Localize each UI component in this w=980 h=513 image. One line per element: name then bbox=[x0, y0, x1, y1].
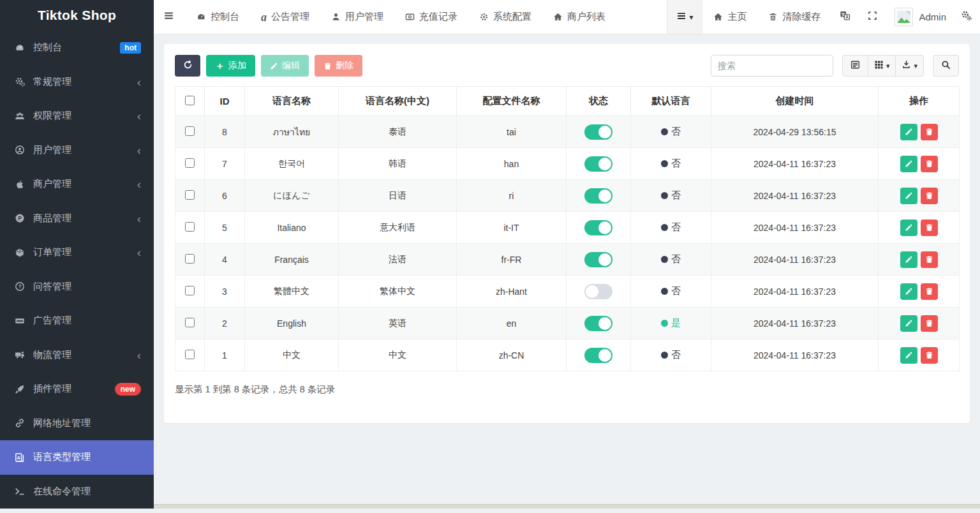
cell-config-name: zh-CN bbox=[457, 339, 567, 371]
table-row[interactable]: 5Italiano意大利语it-IT否2024-04-11 16:37:23 bbox=[175, 212, 960, 244]
row-delete-button[interactable] bbox=[921, 188, 938, 204]
row-edit-button[interactable] bbox=[900, 156, 917, 172]
topnav-item-notice[interactable]: a公告管理 bbox=[250, 0, 320, 34]
topnav-item-sysconf[interactable]: 系统配置 bbox=[468, 0, 542, 34]
row-delete-button[interactable] bbox=[921, 251, 938, 268]
column-header-default[interactable]: 默认语言 bbox=[631, 87, 711, 116]
row-edit-button[interactable] bbox=[900, 283, 917, 300]
table-row[interactable]: 1中文中文zh-CN否2024-04-11 16:37:23 bbox=[175, 339, 960, 371]
row-delete-button[interactable] bbox=[921, 156, 938, 172]
table-row[interactable]: 2English英语en是2024-04-11 16:37:23 bbox=[175, 308, 960, 339]
topnav-item-recharge[interactable]: 充值记录 bbox=[394, 0, 468, 34]
detail-view-button[interactable] bbox=[842, 55, 868, 77]
cell-created-time: 2024-04-11 16:37:23 bbox=[711, 276, 879, 308]
clear-cache-button[interactable]: 清除缓存 bbox=[757, 0, 831, 34]
export-button[interactable]: ▾ bbox=[896, 55, 924, 77]
row-checkbox[interactable] bbox=[185, 254, 195, 264]
topnav-item-merchants[interactable]: 商户列表 bbox=[542, 0, 616, 34]
row-delete-button[interactable] bbox=[921, 219, 938, 236]
column-header-config[interactable]: 配置文件名称 bbox=[457, 87, 567, 116]
search-button[interactable] bbox=[933, 55, 959, 77]
row-delete-button[interactable] bbox=[921, 315, 938, 332]
sidebar-collapse-button[interactable] bbox=[154, 0, 186, 34]
column-header-created[interactable]: 创建时间 bbox=[711, 87, 879, 116]
row-delete-button[interactable] bbox=[921, 124, 938, 140]
column-header-ops[interactable]: 操作 bbox=[879, 87, 960, 116]
sidebar-item-label: 广告管理 bbox=[33, 315, 71, 327]
cell-config-name: it-IT bbox=[457, 212, 567, 244]
status-toggle[interactable] bbox=[584, 348, 612, 363]
select-all-checkbox[interactable] bbox=[185, 96, 195, 105]
row-edit-button[interactable] bbox=[900, 219, 917, 236]
status-toggle[interactable] bbox=[584, 284, 612, 299]
sidebar-item-dashboard[interactable]: 控制台hot bbox=[0, 31, 154, 65]
users-icon bbox=[13, 111, 26, 121]
tabs-menu-dropdown[interactable]: ▾ bbox=[667, 0, 702, 34]
export-icon bbox=[902, 60, 911, 72]
sidebar-item-user[interactable]: 用户管理‹ bbox=[0, 133, 154, 168]
delete-button[interactable]: 删除 bbox=[315, 55, 362, 77]
sidebar-item-url[interactable]: 网络地址管理 bbox=[0, 406, 154, 441]
table-row[interactable]: 8ภาษาไทย泰语tai否2024-04-29 13:56:15 bbox=[175, 116, 960, 148]
row-checkbox[interactable] bbox=[185, 350, 195, 359]
row-checkbox[interactable] bbox=[185, 222, 195, 232]
row-checkbox[interactable] bbox=[185, 286, 195, 295]
refresh-button[interactable] bbox=[175, 55, 200, 77]
column-header-name_cn[interactable]: 语言名称(中文) bbox=[339, 87, 457, 116]
column-header-name[interactable]: 语言名称 bbox=[245, 87, 339, 116]
column-header-check[interactable] bbox=[175, 87, 205, 116]
row-edit-button[interactable] bbox=[900, 251, 917, 268]
row-edit-button[interactable] bbox=[900, 188, 917, 204]
status-toggle[interactable] bbox=[584, 220, 612, 235]
table-row[interactable]: 6にほんご日语ri否2024-04-11 16:37:23 bbox=[175, 180, 960, 212]
sidebar-item-addon[interactable]: 插件管理new bbox=[0, 372, 154, 406]
row-edit-button[interactable] bbox=[900, 315, 917, 332]
row-checkbox[interactable] bbox=[185, 158, 195, 168]
add-label: 添加 bbox=[228, 60, 246, 71]
status-toggle[interactable] bbox=[584, 124, 612, 140]
topnav-item-console[interactable]: 控制台 bbox=[186, 0, 250, 34]
delete-label: 删除 bbox=[336, 60, 353, 71]
topnav-item-users[interactable]: 用户管理 bbox=[320, 0, 394, 34]
columns-button[interactable]: ▾ bbox=[868, 55, 896, 77]
row-delete-button[interactable] bbox=[921, 347, 938, 364]
settings-button[interactable] bbox=[953, 0, 980, 34]
table-row[interactable]: 7한국어韩语han否2024-04-11 16:37:23 bbox=[175, 148, 960, 180]
add-button[interactable]: ＋ 添加 bbox=[206, 55, 255, 77]
translate-button[interactable]: 文A bbox=[831, 0, 859, 34]
sidebar-item-general[interactable]: 常规管理‹ bbox=[0, 65, 154, 100]
username-dropdown[interactable]: Admin bbox=[919, 0, 953, 34]
fullscreen-button[interactable] bbox=[859, 0, 886, 34]
cell-language-name-cn: 泰语 bbox=[339, 116, 457, 148]
sidebar-item-language[interactable]: A语言类型管理 bbox=[0, 440, 154, 475]
row-edit-button[interactable] bbox=[900, 347, 917, 364]
sidebar-item-logistics[interactable]: 物流管理‹ bbox=[0, 338, 154, 373]
column-header-status[interactable]: 状态 bbox=[567, 87, 631, 116]
sidebar-item-merchant[interactable]: 商户管理‹ bbox=[0, 167, 154, 202]
row-checkbox[interactable] bbox=[185, 318, 195, 327]
row-checkbox[interactable] bbox=[185, 190, 195, 200]
home-link[interactable]: 主页 bbox=[702, 0, 757, 34]
sidebar-item-ad[interactable]: 广告管理 bbox=[0, 304, 154, 338]
user-avatar-button[interactable] bbox=[886, 0, 919, 34]
search-input[interactable] bbox=[711, 55, 833, 77]
edit-button[interactable]: 编辑 bbox=[261, 55, 309, 77]
status-toggle[interactable] bbox=[584, 252, 612, 267]
status-toggle[interactable] bbox=[584, 188, 612, 204]
sidebar-item-goods[interactable]: P商品管理‹ bbox=[0, 202, 154, 236]
sidebar-item-command[interactable]: 在线命令管理 bbox=[0, 475, 154, 509]
sidebar-item-auth[interactable]: 权限管理‹ bbox=[0, 99, 154, 133]
status-toggle[interactable] bbox=[584, 156, 612, 172]
table-row[interactable]: 4Français法语fr-FR否2024-04-11 16:37:23 bbox=[175, 244, 960, 276]
gear-icon bbox=[479, 12, 489, 22]
sidebar-item-qa[interactable]: ?问答管理 bbox=[0, 270, 154, 304]
terminal-icon bbox=[13, 486, 26, 496]
table-row[interactable]: 3繁體中文繁体中文zh-Hant否2024-04-11 16:37:23 bbox=[175, 276, 960, 308]
column-header-id[interactable]: ID bbox=[205, 87, 245, 116]
row-checkbox[interactable] bbox=[185, 126, 195, 136]
status-toggle[interactable] bbox=[584, 316, 612, 331]
row-delete-button[interactable] bbox=[921, 283, 938, 300]
sidebar-item-order[interactable]: 订单管理‹ bbox=[0, 235, 154, 270]
view-button-group: ▾ ▾ bbox=[842, 55, 924, 77]
row-edit-button[interactable] bbox=[900, 124, 917, 140]
